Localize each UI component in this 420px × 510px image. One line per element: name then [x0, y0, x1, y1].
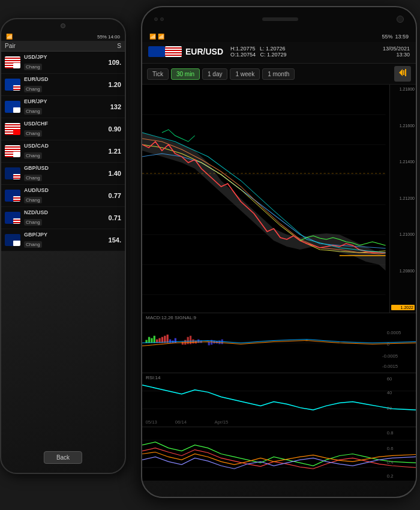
pair-price: 1.20 — [109, 81, 121, 88]
svg-text:0.8: 0.8 — [387, 430, 394, 436]
svg-rect-14 — [148, 337, 150, 343]
pair-info: USD/CHF Chang — [24, 121, 109, 137]
pair-name: NZD/USD — [24, 209, 109, 215]
pair-row[interactable]: GBP/USD Chang 1.40 — [1, 163, 125, 185]
stoch-chart: 0.8 0.6 0.4 0.2 — [142, 427, 416, 481]
tf-tick[interactable]: Tick — [147, 68, 169, 80]
front-network: 📶 📶 — [149, 34, 164, 40]
pair-change: Chang — [24, 64, 42, 70]
chart-date-time: 13/05/2021 13:30 — [383, 46, 410, 58]
pair-price: 0.90 — [109, 125, 121, 133]
svg-rect-25 — [182, 342, 184, 345]
current-price-label: 1.2022 — [391, 305, 415, 310]
pair-info: USD/CAD Chang — [24, 143, 109, 160]
svg-text:05/13: 05/13 — [145, 419, 157, 425]
svg-text:-0.0005: -0.0005 — [382, 354, 398, 359]
pair-flag — [5, 123, 20, 135]
pair-price: 0.77 — [109, 192, 121, 199]
chart-flag-eu — [148, 46, 165, 57]
tf-30min[interactable]: 30 min — [171, 68, 200, 80]
ohlc-open: O:1.20754 — [230, 52, 256, 58]
spread-col-header: S — [117, 43, 121, 49]
svg-text:-0.0015: -0.0015 — [382, 364, 398, 369]
svg-rect-29 — [192, 340, 194, 344]
svg-text:0.2: 0.2 — [387, 473, 394, 479]
pair-change: Chang — [24, 241, 42, 248]
chart-header: EUR/USD H:1.20775 L: 1.20726 O:1.20754 C… — [142, 42, 416, 64]
pair-info: GBP/JPY Chang — [24, 232, 109, 248]
svg-text:Apr/15: Apr/15 — [215, 419, 229, 425]
pair-row[interactable]: EUR/USD Chang 1.20 — [1, 74, 125, 96]
front-status-bar: 📶 📶 55% 13:59 — [142, 31, 416, 42]
pair-price: 109. — [109, 59, 121, 66]
svg-rect-27 — [187, 337, 189, 344]
pair-row[interactable]: GBP/JPY Chang 154. — [1, 229, 125, 251]
pair-change: Chang — [24, 219, 42, 226]
front-time: 13:59 — [395, 34, 409, 40]
price-5: 1.21000 — [391, 232, 415, 236]
price-2: 1.21600 — [391, 124, 415, 128]
pair-flag — [5, 101, 20, 113]
svg-text:0.6: 0.6 — [387, 446, 394, 451]
pair-flag — [5, 190, 20, 202]
ohlc-high: H:1.20775 — [230, 46, 256, 52]
pair-list: USD/JPY Chang 109. EUR/USD Chang 1.20 EU… — [1, 52, 125, 251]
tf-1month[interactable]: 1 month — [262, 68, 295, 80]
svg-text:06/14: 06/14 — [175, 419, 187, 425]
pair-flag — [5, 234, 20, 246]
pair-info: EUR/JPY Chang — [24, 98, 110, 115]
front-sensor-2 — [160, 17, 164, 21]
pair-row[interactable]: EUR/JPY Chang 132 — [1, 96, 125, 118]
pair-name: GBP/JPY — [24, 232, 109, 238]
front-speaker — [262, 17, 298, 21]
pair-row[interactable]: USD/CAD Chang 1.21 — [1, 140, 125, 163]
scene: 📶 55% 14:00 Pair S USD/JPY Chang 109. — [0, 0, 420, 510]
pair-change: Chang — [24, 175, 42, 181]
back-time: 14:00 — [108, 34, 120, 40]
pair-name: EUR/USD — [24, 76, 109, 82]
svg-rect-21 — [167, 335, 169, 343]
pair-price: 154. — [109, 236, 121, 244]
pair-info: AUD/USD Chang — [24, 187, 109, 204]
pair-flag — [5, 56, 20, 68]
price-6: 1.20800 — [391, 269, 415, 273]
chart-flag-us — [165, 46, 182, 57]
pair-price: 132 — [110, 103, 121, 110]
pair-row[interactable]: NZD/USD Chang 0.71 — [1, 207, 125, 229]
front-battery: 55% — [382, 34, 392, 40]
back-status-bar: 📶 55% 14:00 — [1, 32, 125, 41]
pair-price: 1.40 — [109, 170, 121, 177]
chart-pair-row: EUR/USD H:1.20775 L: 1.20726 O:1.20754 C… — [148, 46, 410, 58]
pair-row[interactable]: USD/JPY Chang 109. — [1, 52, 125, 74]
tf-1week[interactable]: 1 week — [230, 68, 260, 80]
svg-text:20: 20 — [387, 406, 392, 412]
pair-flag — [5, 167, 20, 179]
pair-name: EUR/JPY — [24, 98, 110, 104]
back-button[interactable]: Back — [44, 451, 82, 464]
svg-rect-16 — [154, 336, 155, 343]
rsi-label: RSI:14 — [146, 375, 160, 380]
pair-price: 0.71 — [109, 214, 121, 221]
back-notch — [1, 19, 125, 32]
pair-change: Chang — [24, 108, 42, 115]
timeframe-bar: Tick 30 min 1 day 1 week 1 month — [142, 64, 416, 85]
svg-rect-22 — [169, 340, 171, 343]
pair-row[interactable]: AUD/USD Chang 0.77 — [1, 185, 125, 207]
svg-marker-0 — [399, 69, 403, 76]
macd-chart: MACD:12,26 SIGNAL:9 — [142, 313, 416, 373]
pair-name: USD/JPY — [24, 54, 109, 60]
front-top-bar — [142, 7, 416, 31]
phone-front: 📶 📶 55% 13:59 EUR/USD H:1.20775 L: 1.207… — [141, 6, 417, 498]
svg-rect-1 — [403, 70, 404, 75]
pair-info: USD/JPY Chang — [24, 54, 109, 71]
pair-list-header: Pair S — [1, 41, 125, 52]
volume-icon[interactable] — [394, 66, 411, 82]
pair-name: USD/CAD — [24, 143, 109, 149]
tf-1day[interactable]: 1 day — [202, 68, 227, 80]
ohlc-low: L: 1.20726 — [260, 46, 286, 52]
price-3: 1.21400 — [391, 160, 415, 164]
back-camera — [61, 23, 65, 28]
pair-change: Chang — [24, 130, 42, 137]
pair-row[interactable]: USD/CHF Chang 0.90 — [1, 118, 125, 140]
price-axis: 1.21800 1.21600 1.21400 1.21200 1.21000 … — [389, 85, 416, 313]
